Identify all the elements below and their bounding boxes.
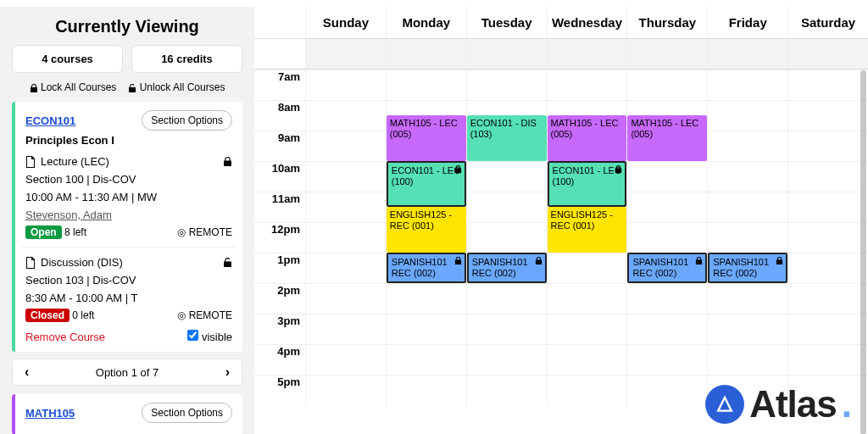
day-header: Saturday [787,7,868,38]
watermark-dot: . [842,383,851,426]
course-link[interactable]: ECON101 [25,114,75,127]
calendar: Sunday Monday Tuesday Wednesday Thursday… [254,7,868,434]
pager-prev-button[interactable]: ‹ [25,364,29,380]
event-label: SPANISH101 REC (002) [472,257,528,278]
time-column: 7am 8am 9am 10am 11am 12pm 1pm 2pm 3pm 4… [254,70,305,405]
divider [22,247,236,248]
component-discussion: Discussion (DIS) [25,256,232,269]
event-span-rec[interactable]: SPANISH101 REC (002) [627,253,707,283]
day-header: Tuesday [466,7,547,38]
event-econ-dis[interactable]: ECON101 - DIS (103) [467,115,547,161]
instructor-link[interactable]: Stevenson, Adam [25,209,232,221]
event-label: MATH105 - LEC (005) [390,118,458,139]
day-col-sun [305,70,386,405]
unlock-all-button[interactable]: Unlock All Courses [128,81,225,93]
course-link[interactable]: MATH105 [25,407,75,420]
day-col-fri: SPANISH101 REC (002) [707,70,787,405]
status-row: Open 8 left ◎ REMOTE [25,226,232,238]
section-options-button[interactable]: Section Options [142,403,232,423]
section-line: Section 103 | Dis-COV [25,274,232,287]
event-label: SPANISH101 REC (002) [392,257,448,278]
status-group: Closed 0 left [25,309,94,321]
credits-pill[interactable]: 16 credits [131,45,242,73]
status-group: Open 8 left [25,226,86,238]
seats-left: 0 left [72,309,94,321]
time-label: 5pm [254,375,305,405]
closed-badge: Closed [25,309,70,322]
lock-icon[interactable] [223,157,232,166]
course-card-econ101: ECON101 Section Options Principles Econ … [12,102,242,352]
lock-icon [454,257,462,264]
time-label: 12pm [254,222,305,253]
watermark-text: Atlas [749,383,837,426]
mode-label: ◎ REMOTE [177,309,232,321]
status-row: Closed 0 left ◎ REMOTE [25,309,232,321]
event-econ-lec[interactable]: ECON101 - LEC (100) [548,161,627,207]
event-label: ECON101 - DIS (103) [470,118,537,139]
event-econ-lec[interactable]: ECON101 - LEC (100) [387,161,466,207]
day-header: Monday [386,7,466,38]
header-spacer [254,7,305,38]
lock-icon [454,165,462,173]
option-pager: ‹ Option 1 of 7 › [12,359,242,386]
time-label: 8am [254,100,305,131]
pager-next-button[interactable]: › [225,364,230,380]
section-options-button[interactable]: Section Options [142,110,232,131]
event-label: MATH105 - LEC (005) [631,118,698,139]
component-label: Discussion (DIS) [41,256,218,269]
lock-all-button[interactable]: Lock All Courses [30,81,117,93]
event-span-rec[interactable]: SPANISH101 REC (002) [387,253,466,283]
mode-label: ◎ REMOTE [177,226,232,238]
lock-icon [30,84,38,92]
time-label: 4pm [254,344,305,375]
event-label: SPANISH101 REC (002) [713,257,769,278]
time-label: 11am [254,192,305,222]
unlock-all-label: Unlock All Courses [140,81,225,93]
lock-icon [776,257,783,264]
visible-toggle[interactable]: visible [187,330,232,343]
vertical-scrollbar[interactable] [860,70,866,434]
time-label: 3pm [254,314,305,344]
event-span-rec[interactable]: SPANISH101 REC (002) [467,253,547,283]
calendar-allday-row [254,39,868,70]
document-icon [25,156,36,168]
event-label: ENGLISH125 - REC (001) [390,209,452,231]
component-lecture: Lecture (LEC) [25,155,232,168]
main-layout: Currently Viewing 4 courses 16 credits L… [0,7,868,434]
event-math-lec[interactable]: MATH105 - LEC (005) [387,115,466,161]
lock-icon [535,257,542,264]
day-header: Sunday [305,7,386,38]
pager-label: Option 1 of 7 [96,366,159,379]
time-line: 10:00 AM - 11:30 AM | MW [25,191,232,203]
event-label: ENGLISH125 - REC (001) [551,209,613,231]
top-spacer [0,0,868,7]
atlas-logo-icon [705,385,744,424]
event-eng-rec[interactable]: ENGLISH125 - REC (001) [387,207,466,253]
event-math-lec[interactable]: MATH105 - LEC (005) [627,115,707,161]
time-label: 7am [254,70,305,100]
day-col-tue: ECON101 - DIS (103) SPANISH101 REC (002) [466,70,547,405]
component-label: Lecture (LEC) [41,155,218,168]
unlock-icon[interactable] [223,258,232,267]
course-card-math105: MATH105 Section Options [12,394,242,434]
time-label: 10am [254,161,305,192]
unlock-icon [128,84,136,92]
summary-pills: 4 courses 16 credits [12,45,242,73]
time-label: 2pm [254,283,305,314]
event-math-lec[interactable]: MATH105 - LEC (005) [548,115,627,161]
calendar-header: Sunday Monday Tuesday Wednesday Thursday… [254,7,868,39]
courses-pill[interactable]: 4 courses [12,45,123,73]
day-header: Friday [707,7,787,38]
remove-course-button[interactable]: Remove Course [25,331,105,343]
day-col-mon: MATH105 - LEC (005) ECON101 - LEC (100) … [386,70,466,405]
event-span-rec[interactable]: SPANISH101 REC (002) [708,253,787,283]
day-col-wed: MATH105 - LEC (005) ECON101 - LEC (100) … [547,70,627,405]
lock-controls: Lock All Courses Unlock All Courses [12,81,242,93]
time-label: 1pm [254,253,305,283]
event-eng-rec[interactable]: ENGLISH125 - REC (001) [548,207,627,253]
atlas-watermark: Atlas. [705,383,851,426]
time-label: 9am [254,131,305,161]
visible-checkbox[interactable] [187,330,198,341]
open-badge: Open [25,225,62,239]
event-label: ECON101 - LEC (100) [392,165,460,186]
